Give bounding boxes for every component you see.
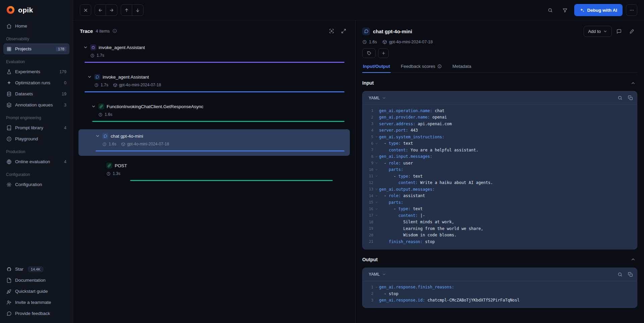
input-format-select[interactable]: YAML [367, 94, 388, 102]
input-section-title: Input [362, 80, 374, 86]
chevron-down-icon[interactable] [95, 134, 100, 138]
code-text: gen_ai.input.messages: [379, 154, 432, 159]
code-text: content: Write a haiku about AI agents. [379, 180, 493, 185]
sidebar-item-prompt-library[interactable]: Prompt library4 [3, 122, 69, 133]
sidebar-item-configuration[interactable]: Configuration [3, 179, 69, 190]
more-options-button[interactable] [626, 4, 637, 16]
search-button[interactable] [545, 4, 556, 16]
trace-span-row[interactable]: FunctionInvokingChatClient.GetResponseAs… [78, 100, 350, 126]
sidebar-item-provide-feedback[interactable]: Provide feedback [3, 308, 69, 319]
sidebar-item-home[interactable]: Home [3, 20, 69, 32]
topbar-right: Debug with AI [545, 4, 638, 16]
next-span-button[interactable] [132, 4, 144, 16]
trace-span-row[interactable]: invoke_agent Assistant1.7s [78, 41, 350, 67]
filter-button[interactable] [559, 4, 571, 16]
chevron-spacer [99, 163, 104, 168]
sparkles-icon [580, 8, 585, 13]
sidebar-item-optimization-runs[interactable]: Optimization runs0 [3, 77, 69, 88]
code-text: - role: user [379, 161, 413, 166]
add-to-button[interactable]: Add to [584, 26, 612, 37]
fold-chevron-icon[interactable] [374, 162, 379, 165]
line-number: 15 [365, 200, 373, 204]
output-format-select[interactable]: YAML [367, 271, 388, 278]
sidebar-item-invite-teammate[interactable]: Invite a teammate [3, 297, 69, 308]
chat-bubble-icon [364, 29, 369, 34]
span-meta: 1.3s [83, 171, 345, 177]
sidebar-item-label: Star [15, 267, 23, 272]
sidebar-section-label: Production [6, 149, 67, 154]
line-number: 10 [365, 168, 373, 172]
format-label: YAML [369, 272, 380, 277]
focus-selected-span-button[interactable] [326, 26, 336, 36]
sidebar-item-quickstart-guide[interactable]: Quickstart guide [3, 286, 69, 297]
sidebar-item-datasets[interactable]: Datasets19 [3, 88, 69, 99]
code-line: 2gen_ai.provider.name: openai [365, 114, 633, 121]
code-line: 9 - role: user [365, 160, 633, 167]
chevron-down-icon[interactable] [83, 45, 88, 50]
app-root: opik HomeObservabilityProjects178Evaluat… [0, 0, 644, 323]
copy-icon[interactable] [628, 272, 633, 277]
span-label: invoke_agent Assistant [99, 45, 145, 50]
trace-span-row[interactable]: chat gpt-4o-mini1.6sgpt-4o-mini-2024-07-… [78, 129, 350, 156]
debug-with-ai-button[interactable]: Debug with AI [574, 4, 623, 16]
topbar: Debug with AI [73, 0, 644, 20]
expand-tree-button[interactable] [338, 26, 348, 36]
sidebar-item-count: 179 [59, 70, 66, 74]
fold-chevron-icon[interactable] [374, 175, 379, 178]
sidebar-item-projects[interactable]: Projects178 [3, 43, 69, 54]
fold-chevron-icon[interactable] [374, 142, 379, 145]
sidebar-item-annotation-queues[interactable]: Annotation queues3 [3, 99, 69, 110]
tab-metadata[interactable]: Metadata [452, 63, 472, 73]
fold-chevron-icon[interactable] [374, 168, 379, 171]
sidebar-item-experiments[interactable]: Experiments179 [3, 66, 69, 77]
content: Trace 4 items invoke_agent Assistant1.7s… [73, 20, 644, 323]
trace-header: Trace 4 items [78, 26, 350, 36]
fold-chevron-icon[interactable] [374, 155, 379, 158]
sidebar-item-label: Home [15, 24, 27, 29]
code-line: 20 Wisdom in code blooms. [365, 232, 633, 239]
fold-chevron-icon[interactable] [374, 286, 379, 289]
sidebar-item-github-star[interactable]: Star14.4K [3, 264, 69, 275]
fold-chevron-icon[interactable] [374, 201, 379, 204]
comment-button[interactable] [613, 26, 625, 37]
search-code-icon[interactable] [618, 95, 623, 100]
fold-chevron-icon[interactable] [374, 135, 379, 138]
sidebar-item-playground[interactable]: Playground [3, 133, 69, 144]
edit-button[interactable] [626, 26, 637, 37]
code-text: content: You are a helpful assistant. [379, 148, 478, 152]
trace-span-row[interactable]: POST1.3s [78, 159, 350, 185]
output-code-block: YAML 1gen_ai.response.finish_reasons:2 -… [362, 268, 637, 308]
input-code-block: YAML 1gen_ai.operation.name: chat2gen_ai… [362, 91, 637, 249]
fold-chevron-icon[interactable] [374, 194, 379, 197]
trace-span-row[interactable]: invoke_agent Assistant1.7sgpt-4o-mini-20… [78, 70, 350, 97]
search-code-icon[interactable] [618, 272, 623, 277]
add-tag-button[interactable] [378, 48, 389, 58]
span-duration: 1.7s [97, 53, 104, 58]
span-timeline-track [85, 150, 344, 152]
prev-trace-button[interactable] [95, 4, 106, 16]
copy-icon[interactable] [628, 95, 633, 100]
tab-input-output[interactable]: Input/Output [362, 63, 391, 73]
fold-chevron-icon[interactable] [374, 188, 379, 191]
sidebar: opik HomeObservabilityProjects178Evaluat… [0, 0, 73, 323]
fold-chevron-icon[interactable] [374, 207, 379, 211]
arrow-left-icon [98, 8, 103, 13]
clock-icon [362, 40, 367, 44]
fold-chevron-icon[interactable] [374, 214, 379, 217]
link-span-icon [106, 163, 112, 169]
prev-span-button[interactable] [121, 4, 132, 16]
debug-button-label: Debug with AI [587, 8, 618, 13]
sidebar-item-documentation[interactable]: Documentation [3, 275, 69, 286]
code-line: 13gen_ai.output.messages: [365, 186, 633, 193]
next-trace-button[interactable] [106, 4, 117, 16]
collapse-input-button[interactable] [629, 79, 637, 87]
chevron-down-icon[interactable] [91, 104, 96, 109]
chevron-down-icon[interactable] [87, 75, 92, 79]
collapse-output-button[interactable] [629, 255, 637, 264]
span-timeline-track [85, 121, 344, 122]
close-trace-button[interactable] [80, 4, 91, 16]
tab-feedback-scores[interactable]: Feedback scores [400, 63, 442, 73]
sidebar-item-online-evaluation[interactable]: Online evaluation4 [3, 156, 69, 167]
opik-logo[interactable]: opik [3, 0, 69, 20]
tags-button[interactable] [362, 48, 376, 58]
